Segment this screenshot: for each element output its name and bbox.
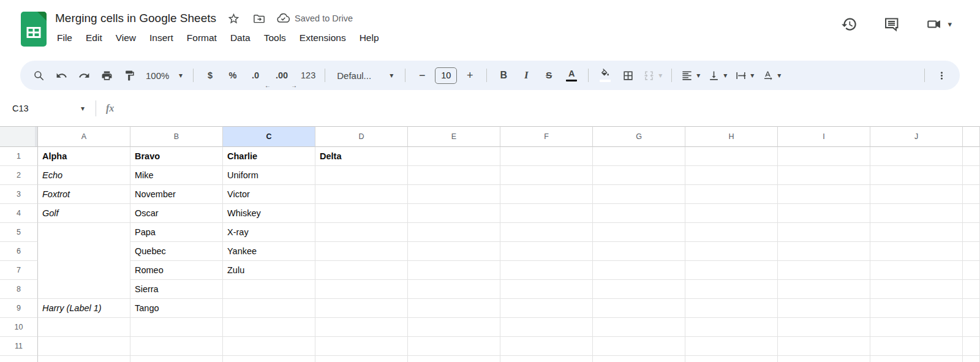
cell-F4[interactable] [500,204,593,223]
star-icon[interactable] [226,10,242,26]
cell-C5[interactable]: X-ray [223,223,315,242]
row-header-10[interactable]: 10 [0,318,38,337]
cell-D8[interactable] [315,280,408,299]
formula-input[interactable] [114,90,980,126]
cell-F3[interactable] [500,185,593,204]
format-currency-button[interactable]: $ [200,66,220,85]
cell-I1[interactable] [778,147,870,166]
cell-C8[interactable] [223,280,315,299]
cell-F5[interactable] [500,223,593,242]
menu-data[interactable]: Data [224,31,257,45]
redo-button[interactable] [74,66,94,85]
text-color-button[interactable]: A [562,66,581,85]
cell-F1[interactable] [500,147,593,166]
cell-G4[interactable] [593,204,685,223]
cell-I9[interactable] [778,299,870,318]
cell-G5[interactable] [593,223,685,242]
cell-E3[interactable] [408,185,500,204]
menu-extensions[interactable]: Extensions [293,31,353,45]
cell-partial-bottom[interactable] [685,356,778,362]
cell-partial-10[interactable] [963,318,980,337]
cell-G11[interactable] [593,337,685,356]
cell-partial-5[interactable] [963,223,980,242]
cell-B8[interactable]: Sierra [130,280,223,299]
cell-B2[interactable]: Mike [130,166,223,185]
format-percent-button[interactable]: % [223,66,243,85]
cell-H1[interactable] [685,147,778,166]
name-box[interactable]: C13 ▾ [12,104,85,113]
column-header-I[interactable]: I [778,126,870,147]
increase-decimals-button[interactable]: .00 → [272,66,292,85]
cell-A2[interactable]: Echo [38,166,130,185]
row-header-8[interactable]: 8 [0,280,38,299]
cell-H10[interactable] [685,318,778,337]
row-header-2[interactable]: 2 [0,166,38,185]
cell-C7[interactable]: Zulu [223,261,315,280]
cell-F7[interactable] [500,261,593,280]
cell-C2[interactable]: Uniform [223,166,315,185]
cell-I7[interactable] [778,261,870,280]
column-header-G[interactable]: G [593,126,685,147]
cell-B7[interactable]: Romeo [130,261,223,280]
cell-H2[interactable] [685,166,778,185]
cell-D7[interactable] [315,261,408,280]
cell-G10[interactable] [593,318,685,337]
cell-J9[interactable] [870,299,963,318]
menu-format[interactable]: Format [180,31,224,45]
cell-J10[interactable] [870,318,963,337]
cell-partial-2[interactable] [963,166,980,185]
cell-A11[interactable] [38,337,130,356]
cell-G7[interactable] [593,261,685,280]
video-call-icon[interactable]: ▾ [925,16,952,32]
text-wrap-button[interactable]: ▾ [733,66,756,85]
column-header-B[interactable]: B [130,126,223,147]
italic-button[interactable]: I [516,66,536,85]
cell-H6[interactable] [685,242,778,261]
undo-button[interactable] [51,66,71,85]
cell-I4[interactable] [778,204,870,223]
cell-J2[interactable] [870,166,963,185]
cell-I2[interactable] [778,166,870,185]
row-header-1[interactable]: 1 [0,147,38,166]
cell-B5[interactable]: Papa [130,223,223,242]
cell-J6[interactable] [870,242,963,261]
cell-E6[interactable] [408,242,500,261]
more-options-button[interactable] [932,66,951,85]
column-header-C[interactable]: C [223,126,315,147]
cell-E10[interactable] [408,318,500,337]
cell-E1[interactable] [408,147,500,166]
font-family-selector[interactable]: Defaul... ▾ [332,66,398,85]
cell-C4[interactable]: Whiskey [223,204,315,223]
cell-E8[interactable] [408,280,500,299]
cell-C9[interactable] [223,299,315,318]
row-header-5[interactable]: 5 [0,223,38,242]
cell-E11[interactable] [408,337,500,356]
cell-D10[interactable] [315,318,408,337]
cell-F8[interactable] [500,280,593,299]
row-header-4[interactable]: 4 [0,204,38,223]
cell-C1[interactable]: Charlie [223,147,315,166]
row-header-6[interactable]: 6 [0,242,38,261]
cell-J7[interactable] [870,261,963,280]
cell-F2[interactable] [500,166,593,185]
cell-G6[interactable] [593,242,685,261]
cell-C11[interactable] [223,337,315,356]
cell-J3[interactable] [870,185,963,204]
merge-cells-button[interactable]: ▾ [641,66,665,85]
row-header-11[interactable]: 11 [0,337,38,356]
row-header-7[interactable]: 7 [0,261,38,280]
cell-D2[interactable] [315,166,408,185]
search-button[interactable] [29,66,48,85]
cell-B6[interactable]: Quebec [130,242,223,261]
cell-H5[interactable] [685,223,778,242]
cell-partial-bottom[interactable] [963,356,980,362]
cell-F9[interactable] [500,299,593,318]
cell-I11[interactable] [778,337,870,356]
cell-H8[interactable] [685,280,778,299]
cell-partial-bottom[interactable] [593,356,685,362]
cell-H9[interactable] [685,299,778,318]
cell-A9[interactable]: Harry (Label 1) [38,299,130,318]
cell-J8[interactable] [870,280,963,299]
cell-D1[interactable]: Delta [315,147,408,166]
cell-H11[interactable] [685,337,778,356]
